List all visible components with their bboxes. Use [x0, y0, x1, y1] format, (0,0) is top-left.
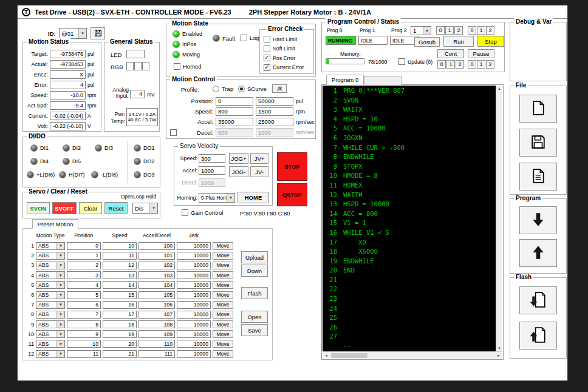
trap-radio[interactable]	[213, 86, 219, 92]
prog-number-button[interactable]: 1	[445, 26, 454, 35]
program-stop-button[interactable]: Stop	[477, 36, 504, 47]
motion-type-select[interactable]: ABS ▼	[36, 320, 65, 328]
prog-number-button[interactable]: 1	[477, 26, 485, 35]
move-button[interactable]: Move	[213, 340, 233, 348]
motion-type-select[interactable]: ABS ▼	[36, 242, 65, 250]
error-check-item[interactable]: Hard Limit	[264, 36, 304, 42]
error-check-checkbox[interactable]	[264, 55, 270, 61]
speed-field[interactable]: 15	[103, 291, 137, 299]
accel-decel-field[interactable]: 101	[138, 252, 175, 260]
run-button[interactable]: Run	[443, 36, 474, 47]
motion-type-select[interactable]: ABS ▼	[36, 311, 65, 319]
jerk-field[interactable]: 10000	[177, 242, 211, 250]
svoff-button[interactable]: SVOFF	[52, 202, 77, 214]
update-checkbox-item[interactable]: Update (0)	[398, 58, 432, 65]
gain-control-checkbox[interactable]	[182, 209, 188, 216]
position-field[interactable]: 6	[67, 301, 101, 309]
jerk-field[interactable]: 10000	[177, 262, 211, 269]
scroll-up-icon[interactable]: ▲	[497, 87, 501, 90]
homed-checkbox[interactable]	[174, 63, 180, 70]
jerk-field[interactable]: 10000	[177, 330, 211, 338]
accel-decel-field[interactable]: 107	[138, 311, 175, 319]
accel-decel-field[interactable]: 100	[138, 242, 175, 250]
motion-type-select[interactable]: ABS ▼	[36, 291, 65, 299]
file-save-button[interactable]	[519, 129, 557, 157]
motion-type-select[interactable]: ABS ▼	[36, 252, 65, 260]
speed-field[interactable]: 13	[103, 271, 137, 279]
speed-field[interactable]: 17	[103, 311, 137, 319]
pause-button[interactable]: Pause	[468, 49, 494, 58]
position-field[interactable]: 7	[67, 311, 101, 319]
prog-selector[interactable]: 1 ▼	[411, 26, 431, 35]
stop-button[interactable]: STOP	[277, 152, 307, 181]
openloop-hold-select[interactable]: Dis ▼	[132, 203, 158, 214]
scroll-down-icon[interactable]: ▼	[497, 346, 501, 350]
motion-type-select[interactable]: ABS ▼	[36, 330, 65, 338]
tab-program-0[interactable]: Program 0	[326, 75, 364, 85]
motion-control-value-1[interactable]: 600	[216, 128, 253, 137]
cont-button[interactable]: Cont	[437, 49, 464, 58]
error-check-checkbox[interactable]	[264, 46, 270, 52]
accel-decel-field[interactable]: 106	[138, 301, 175, 309]
reset-button[interactable]: Reset	[104, 202, 128, 214]
home-button[interactable]: HOME	[238, 192, 269, 203]
file-report-button[interactable]	[519, 163, 557, 191]
prog-number-button[interactable]: 0	[468, 26, 476, 35]
position-field[interactable]: 1	[67, 252, 101, 260]
jerk-field[interactable]: 10000	[177, 340, 211, 348]
move-button[interactable]: Move	[213, 242, 233, 250]
jk-button[interactable]: Jk	[272, 84, 287, 93]
motion-control-value-1[interactable]: 800	[216, 107, 253, 116]
motion-control-value-2[interactable]: 25000	[256, 118, 293, 126]
motion-control-value-1[interactable]: 35000	[216, 118, 253, 126]
motion-type-select[interactable]: ABS ▼	[36, 350, 65, 358]
error-check-item[interactable]: Soft Limit	[264, 46, 304, 52]
motion-control-value-1[interactable]: 0	[216, 97, 253, 106]
accel-decel-field[interactable]: 102	[138, 262, 175, 269]
flash-button[interactable]: Flash	[241, 287, 268, 299]
prog-number-button[interactable]: 0	[437, 60, 446, 69]
speed-field[interactable]: 10	[103, 242, 137, 250]
prog-number-button[interactable]: 2	[456, 60, 464, 69]
profile-scurve-radio-item[interactable]: SCurve	[238, 86, 267, 92]
motion-type-select[interactable]: ABS ▼	[36, 262, 65, 269]
motion-type-select[interactable]: ABS ▼	[36, 340, 65, 348]
position-field[interactable]: 4	[67, 281, 101, 289]
speed-field[interactable]: 12	[103, 262, 137, 269]
qstop-button[interactable]: QSTOP	[277, 183, 307, 206]
accel-decel-field[interactable]: 105	[138, 291, 175, 299]
jv-minus-button[interactable]: JV-	[250, 166, 268, 177]
motion-control-value-2[interactable]: 50000	[256, 97, 293, 106]
file-new-button[interactable]	[519, 95, 557, 123]
clear-button[interactable]: Clear	[79, 202, 102, 214]
jerk-field[interactable]: 10000	[177, 252, 211, 260]
update-checkbox[interactable]	[398, 58, 405, 65]
homing-select[interactable]: 0-Plus Home ▼	[199, 193, 235, 203]
code-area[interactable]: 1 PRG 0;***VER 607 2 SVON 3 WAITX 4 HSPD…	[323, 86, 496, 351]
prog-number-button[interactable]: 1	[477, 60, 485, 69]
position-field[interactable]: 8	[67, 320, 101, 328]
position-field[interactable]: 2	[67, 262, 101, 269]
log-checkbox[interactable]	[241, 35, 247, 41]
move-button[interactable]: Move	[213, 271, 233, 279]
open-button[interactable]: Open	[241, 311, 268, 323]
flash-write-button[interactable]	[519, 286, 557, 314]
motion-control-value-2[interactable]: 1500	[256, 107, 293, 116]
jerk-field[interactable]: 10000	[177, 350, 211, 358]
move-button[interactable]: Move	[213, 252, 233, 260]
profile-trap-radio-item[interactable]: Trap	[213, 86, 233, 92]
error-check-item[interactable]: Pos Error	[264, 55, 304, 61]
prog-number-button[interactable]: 1	[446, 60, 455, 69]
speed-field[interactable]: 19	[103, 330, 137, 338]
jerk-field[interactable]: 10000	[177, 291, 211, 299]
program-download-button[interactable]	[519, 206, 557, 234]
upload-button[interactable]: Upload	[241, 251, 268, 263]
homed-checkbox-item[interactable]: Homed	[174, 63, 202, 70]
jerk-field[interactable]: 10000	[177, 271, 211, 279]
prog-number-button[interactable]: 0	[468, 60, 476, 69]
jerk-field[interactable]: 10000	[177, 320, 211, 328]
move-button[interactable]: Move	[213, 320, 233, 328]
jog-minus-button[interactable]: JOG-	[229, 166, 248, 177]
down-button[interactable]: Down	[241, 265, 268, 277]
log-checkbox-item[interactable]: Log	[241, 35, 259, 41]
